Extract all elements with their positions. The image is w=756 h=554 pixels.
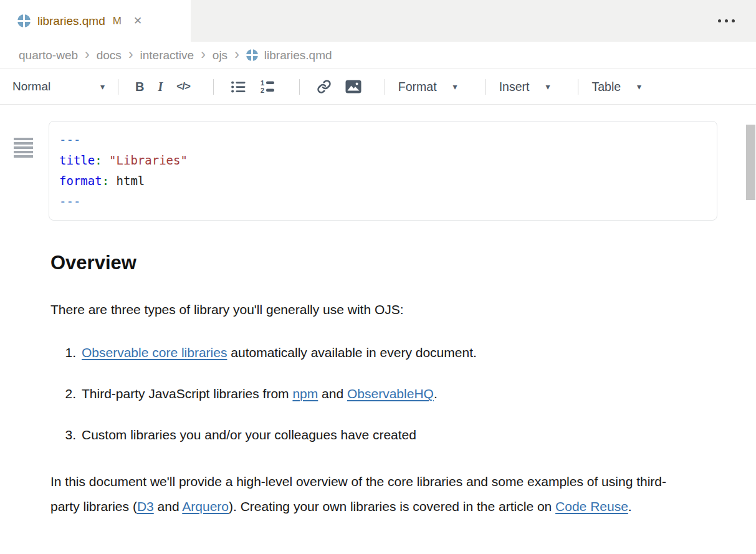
bold-button[interactable]: B bbox=[132, 77, 148, 97]
more-actions-icon[interactable] bbox=[715, 17, 737, 25]
paragraph-style-dropdown[interactable]: Normal ▾ bbox=[12, 80, 105, 93]
toolbar-divider bbox=[486, 79, 486, 95]
format-menu-label: Format bbox=[398, 80, 437, 94]
list-item[interactable]: 2. Third-party JavaScript libraries from… bbox=[50, 384, 717, 403]
document-body: Overview There are three types of librar… bbox=[50, 251, 717, 519]
dot bbox=[732, 19, 735, 22]
list-item-text: Custom libraries you and/or your colleag… bbox=[82, 426, 416, 444]
chevron-down-icon: ▾ bbox=[100, 82, 105, 92]
library-types-list: 1. Observable core libraries automatical… bbox=[50, 343, 717, 444]
section-heading[interactable]: Overview bbox=[50, 251, 717, 274]
text-segment: html bbox=[109, 174, 145, 188]
yaml-line: title: "Libraries" bbox=[59, 150, 707, 171]
tab-title: libraries.qmd bbox=[37, 14, 105, 28]
text-segment: and bbox=[318, 386, 347, 401]
list-number: 3. bbox=[50, 426, 82, 444]
numbered-list-button[interactable]: 1 2 bbox=[256, 77, 280, 97]
list-item[interactable]: 1. Observable core libraries automatical… bbox=[50, 343, 717, 362]
dot bbox=[725, 19, 728, 22]
tab-libraries-qmd[interactable]: libraries.qmd M ✕ bbox=[0, 0, 191, 42]
paragraph-style-value: Normal bbox=[12, 80, 50, 93]
chevron-down-icon: ▾ bbox=[545, 82, 550, 92]
drag-handle-bar bbox=[14, 142, 33, 145]
yaml-front-matter-block[interactable]: --- title: "Libraries" format: html --- bbox=[49, 121, 717, 221]
code-button[interactable]: </> bbox=[173, 78, 194, 95]
table-menu[interactable]: Table ▾ bbox=[591, 80, 641, 94]
text-segment: : bbox=[102, 174, 109, 188]
chevron-right-icon: › bbox=[85, 47, 90, 64]
visual-editor-canvas[interactable]: --- title: "Libraries" format: html --- … bbox=[0, 121, 756, 554]
quarto-file-icon bbox=[17, 14, 31, 27]
drag-handle-bar bbox=[14, 138, 33, 140]
bulleted-list-icon bbox=[231, 80, 246, 94]
chevron-right-icon: › bbox=[234, 47, 239, 64]
svg-text:2: 2 bbox=[261, 87, 264, 94]
text-segment bbox=[102, 153, 109, 167]
text-segment: . bbox=[628, 499, 632, 513]
toolbar-divider bbox=[213, 79, 214, 95]
inline-link[interactable]: D3 bbox=[137, 499, 154, 513]
dot bbox=[718, 19, 721, 22]
inline-link[interactable]: npm bbox=[292, 386, 318, 401]
chevron-right-icon: › bbox=[201, 47, 206, 64]
link-icon bbox=[317, 79, 332, 94]
format-menu[interactable]: Format ▾ bbox=[398, 80, 457, 94]
breadcrumb-item-docs[interactable]: docs bbox=[97, 49, 122, 62]
intro-paragraph[interactable]: There are three types of library you'll … bbox=[50, 300, 717, 319]
toolbar-divider bbox=[385, 79, 385, 95]
yaml-line: --- bbox=[59, 130, 707, 150]
text-segment: : bbox=[95, 153, 102, 167]
drag-handle-bar bbox=[14, 155, 33, 158]
image-icon bbox=[345, 80, 361, 93]
toolbar-divider bbox=[118, 79, 118, 95]
link-button[interactable] bbox=[313, 77, 335, 97]
close-icon[interactable]: ✕ bbox=[133, 16, 142, 26]
breadcrumb-file-label: libraries.qmd bbox=[264, 49, 332, 62]
insert-menu-label: Insert bbox=[499, 80, 530, 94]
block-drag-handle[interactable] bbox=[14, 138, 33, 160]
italic-button[interactable]: I bbox=[154, 77, 166, 97]
list-item-text: Third-party JavaScript libraries from np… bbox=[82, 384, 438, 403]
list-number: 1. bbox=[50, 343, 82, 362]
chevron-down-icon: ▾ bbox=[453, 82, 457, 92]
toolbar-divider bbox=[578, 79, 578, 95]
text-segment: ). Creating your own libraries is covere… bbox=[229, 499, 555, 513]
vertical-scrollbar-thumb[interactable] bbox=[746, 125, 755, 200]
list-item-text: Observable core libraries automatically … bbox=[82, 343, 477, 362]
text-segment: and bbox=[154, 499, 183, 513]
breadcrumb-item-quarto-web[interactable]: quarto-web bbox=[19, 49, 78, 62]
image-button[interactable] bbox=[342, 77, 365, 96]
breadcrumb-item-file[interactable]: libraries.qmd bbox=[246, 49, 332, 62]
breadcrumb-item-ojs[interactable]: ojs bbox=[213, 49, 227, 62]
bulleted-list-button[interactable] bbox=[227, 77, 250, 97]
formatting-toolbar: Normal ▾ B I </> 1 2 bbox=[0, 69, 756, 105]
text-segment: Custom libraries you and/or your colleag… bbox=[82, 427, 416, 442]
yaml-line: format: html bbox=[59, 171, 707, 191]
modified-badge: M bbox=[113, 15, 122, 27]
breadcrumb: quarto-web › docs › interactive › ojs › … bbox=[0, 42, 756, 69]
text-segment: . bbox=[434, 386, 438, 401]
text-segment: --- bbox=[59, 194, 80, 208]
numbered-list-icon: 1 2 bbox=[260, 79, 276, 94]
inline-link[interactable]: ObservableHQ bbox=[347, 386, 434, 401]
list-item[interactable]: 3. Custom libraries you and/or your coll… bbox=[50, 426, 717, 444]
insert-menu[interactable]: Insert ▾ bbox=[499, 80, 550, 94]
inline-link[interactable]: Observable core libraries bbox=[82, 345, 227, 360]
text-segment: title bbox=[59, 153, 95, 167]
text-segment: format bbox=[59, 174, 102, 188]
drag-handle-bar bbox=[14, 151, 33, 153]
text-segment: "Libraries" bbox=[109, 153, 188, 167]
quarto-file-icon bbox=[246, 49, 258, 61]
text-segment: --- bbox=[59, 133, 80, 146]
inline-link[interactable]: Arquero bbox=[182, 499, 229, 513]
text-segment: Third-party JavaScript libraries from bbox=[82, 386, 292, 401]
chevron-right-icon: › bbox=[128, 47, 133, 64]
breadcrumb-item-interactive[interactable]: interactive bbox=[140, 49, 194, 62]
list-number: 2. bbox=[50, 384, 82, 403]
svg-text:1: 1 bbox=[261, 79, 264, 87]
drag-handle-bar bbox=[14, 146, 33, 149]
outro-paragraph[interactable]: In this document we'll provide a high-le… bbox=[50, 469, 680, 519]
toolbar-divider bbox=[299, 79, 300, 95]
editor-tab-bar: libraries.qmd M ✕ bbox=[0, 0, 756, 42]
inline-link[interactable]: Code Reuse bbox=[555, 499, 628, 513]
